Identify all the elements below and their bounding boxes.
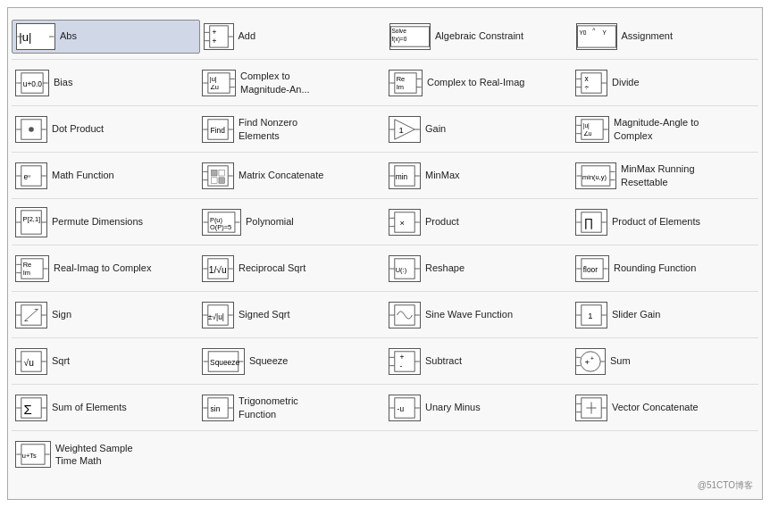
cell-2-2[interactable]: 1 Gain bbox=[385, 113, 572, 145]
cell-4-1[interactable]: P(u) O(P)=5 Polynomial bbox=[198, 206, 385, 238]
watermark: @51CTO博客 bbox=[12, 478, 758, 494]
cell-0-1[interactable]: + + Add bbox=[200, 21, 387, 53]
cell-6-2[interactable]: Sine Wave Function bbox=[385, 299, 572, 331]
cell-8-1[interactable]: sin Trigonometric Function bbox=[198, 392, 385, 424]
cell-5-2[interactable]: U(:) Reshape bbox=[385, 253, 572, 285]
svg-text:-: - bbox=[399, 362, 402, 370]
cell-label-7-1: Squeeze bbox=[249, 354, 288, 367]
cell-label-7-2: Subtract bbox=[425, 354, 462, 367]
svg-text:+: + bbox=[590, 355, 594, 362]
svg-text:-u: -u bbox=[398, 403, 405, 412]
svg-text:Squeeze: Squeeze bbox=[210, 357, 239, 366]
math-function-icon: eᵘ bbox=[15, 162, 47, 189]
cell-4-3[interactable]: ∏ Product of Elements bbox=[572, 206, 758, 238]
cell-8-3[interactable]: Vector Concatenate bbox=[572, 392, 758, 424]
row-6: Sign ±√|u| Signed Sqrt Sine Wave Functio… bbox=[12, 292, 758, 338]
cell-label-8-0: Sum of Elements bbox=[52, 401, 127, 413]
row-8: Σ Sum of Elements sin Trigonometric Func… bbox=[12, 385, 758, 431]
cell-9-1[interactable] bbox=[198, 438, 385, 470]
cell-label-2-3: Magnitude-Angle to Complex bbox=[614, 116, 712, 142]
complex-real-imag-icon: Re Im bbox=[389, 70, 423, 96]
empty-icon bbox=[202, 441, 234, 468]
cell-label-3-1: Matrix Concatenate bbox=[239, 169, 323, 181]
cell-8-0[interactable]: Σ Sum of Elements bbox=[12, 392, 198, 424]
svg-text:O(P)=5: O(P)=5 bbox=[210, 223, 231, 231]
cell-label-6-3: Slider Gain bbox=[612, 308, 660, 320]
svg-rect-88 bbox=[395, 212, 414, 231]
cell-7-3[interactable]: + + Sum bbox=[572, 345, 758, 378]
svg-text:|u|: |u| bbox=[583, 122, 590, 129]
cell-label-5-2: Reshape bbox=[425, 262, 465, 274]
sign-icon bbox=[15, 302, 47, 328]
complex-mag-angle-icon: |u| ∠u bbox=[202, 70, 236, 96]
vector-concat-icon bbox=[575, 395, 607, 421]
cell-5-1[interactable]: 1/√u Reciprocal Sqrt bbox=[198, 253, 385, 285]
cell-2-3[interactable]: |u| ∠u Magnitude-Angle to Complex bbox=[572, 113, 758, 145]
cell-2-1[interactable]: Find Find Nonzero Elements bbox=[198, 113, 385, 145]
cell-3-1[interactable]: Matrix Concatenate bbox=[198, 160, 385, 192]
magnitude-angle-complex-icon: |u| ∠u bbox=[575, 116, 609, 143]
cell-label-3-2: MinMax bbox=[425, 169, 460, 181]
row-2: Dot Product Find Find Nonzero Elements 1… bbox=[12, 106, 758, 153]
cell-3-2[interactable]: min MinMax bbox=[385, 160, 572, 192]
cell-2-0[interactable]: Dot Product bbox=[12, 113, 198, 145]
cell-0-3[interactable]: Y0 ^ Y Assignment bbox=[573, 21, 759, 53]
cell-0-0[interactable]: |u| Abs bbox=[12, 20, 200, 54]
empty-icon bbox=[389, 441, 421, 468]
svg-text:+: + bbox=[399, 353, 404, 362]
block-library-grid: |u| Abs + + Add Solve f(x)=0 Algebraic C… bbox=[7, 7, 763, 500]
cell-7-0[interactable]: √u Sqrt bbox=[12, 345, 198, 378]
trig-icon: sin bbox=[202, 395, 234, 421]
cell-label-7-3: Sum bbox=[610, 354, 631, 367]
cell-1-0[interactable]: u+0.0 Bias bbox=[12, 67, 198, 99]
cell-8-2[interactable]: -u Unary Minus bbox=[385, 392, 572, 424]
cell-4-2[interactable]: × Product bbox=[385, 206, 572, 238]
cell-label-1-1: Complex to Magnitude-An... bbox=[240, 70, 339, 96]
svg-text:u+0.0: u+0.0 bbox=[23, 79, 43, 87]
svg-text:Y: Y bbox=[602, 29, 607, 36]
cell-9-0[interactable]: u+Ts Weighted Sample Time Math bbox=[12, 438, 198, 470]
polynomial-icon: P(u) O(P)=5 bbox=[202, 209, 241, 236]
cell-3-0[interactable]: eᵘ Math Function bbox=[12, 160, 198, 192]
cell-label-5-0: Real-Imag to Complex bbox=[54, 262, 151, 274]
svg-rect-69 bbox=[219, 177, 225, 183]
svg-text:|u|: |u| bbox=[210, 75, 217, 83]
svg-rect-66 bbox=[212, 170, 218, 176]
svg-text:√u: √u bbox=[24, 357, 35, 367]
cell-4-0[interactable]: P[2,1] Permute Dimensions bbox=[12, 204, 198, 240]
cell-9-3[interactable] bbox=[572, 438, 758, 470]
cell-label-5-1: Reciprocal Sqrt bbox=[239, 262, 305, 274]
svg-text:Re: Re bbox=[23, 261, 32, 269]
cell-6-0[interactable]: Sign bbox=[12, 299, 198, 331]
cell-5-0[interactable]: Re Im Real-Imag to Complex bbox=[12, 253, 198, 285]
svg-text:+: + bbox=[584, 357, 589, 366]
svg-text:1/√u: 1/√u bbox=[209, 264, 227, 274]
cell-7-1[interactable]: Squeeze Squeeze bbox=[198, 345, 385, 378]
cell-1-2[interactable]: Re Im Complex to Real-Imag bbox=[385, 67, 572, 99]
divide-icon: x ÷ bbox=[575, 70, 607, 96]
svg-text:P[2,1]: P[2,1] bbox=[23, 215, 41, 223]
svg-text:1: 1 bbox=[588, 311, 592, 320]
svg-text:∠u: ∠u bbox=[583, 130, 592, 137]
cell-7-2[interactable]: + - Subtract bbox=[385, 345, 572, 378]
svg-text:∏: ∏ bbox=[584, 215, 594, 229]
cell-6-1[interactable]: ±√|u| Signed Sqrt bbox=[198, 299, 385, 331]
svg-text:Im: Im bbox=[23, 269, 30, 277]
svg-text:Im: Im bbox=[397, 83, 404, 91]
cell-label-0-3: Assignment bbox=[622, 29, 673, 42]
cell-3-3[interactable]: min(u,y) MinMax Running Resettable bbox=[572, 160, 758, 192]
cell-9-2[interactable] bbox=[385, 438, 572, 470]
svg-point-43 bbox=[29, 127, 34, 132]
cell-1-3[interactable]: x ÷ Divide bbox=[572, 67, 758, 99]
svg-text:±√|u|: ±√|u| bbox=[208, 312, 224, 320]
cell-0-2[interactable]: Solve f(x)=0 Algebraic Constraint bbox=[386, 21, 573, 53]
svg-text:∠u: ∠u bbox=[210, 83, 219, 91]
sum-elements-icon: Σ bbox=[15, 395, 47, 421]
assignment-icon: Y0 ^ Y bbox=[576, 23, 617, 50]
cell-6-3[interactable]: 1 Slider Gain bbox=[572, 299, 758, 331]
svg-rect-140 bbox=[395, 351, 414, 370]
cell-5-3[interactable]: floor Rounding Function bbox=[572, 253, 758, 285]
cell-label-0-1: Add bbox=[239, 29, 256, 42]
cell-label-2-1: Find Nonzero Elements bbox=[239, 116, 337, 142]
cell-1-1[interactable]: |u| ∠u Complex to Magnitude-An... bbox=[198, 67, 385, 99]
